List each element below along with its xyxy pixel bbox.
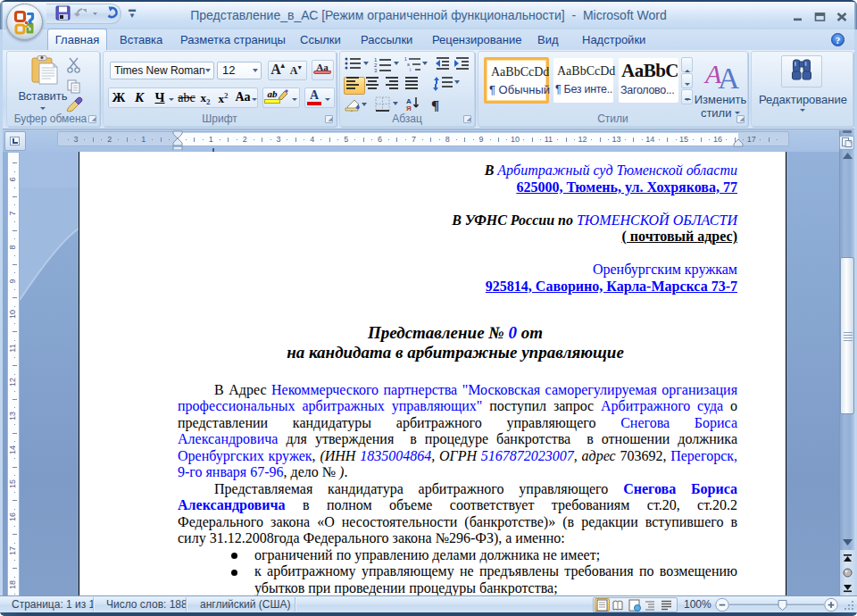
svg-text:Я: Я bbox=[406, 104, 412, 112]
svg-text:¶: ¶ bbox=[431, 97, 439, 112]
svg-text:A: A bbox=[718, 62, 739, 92]
svg-text:i: i bbox=[410, 67, 411, 72]
svg-text:3: 3 bbox=[374, 68, 378, 73]
